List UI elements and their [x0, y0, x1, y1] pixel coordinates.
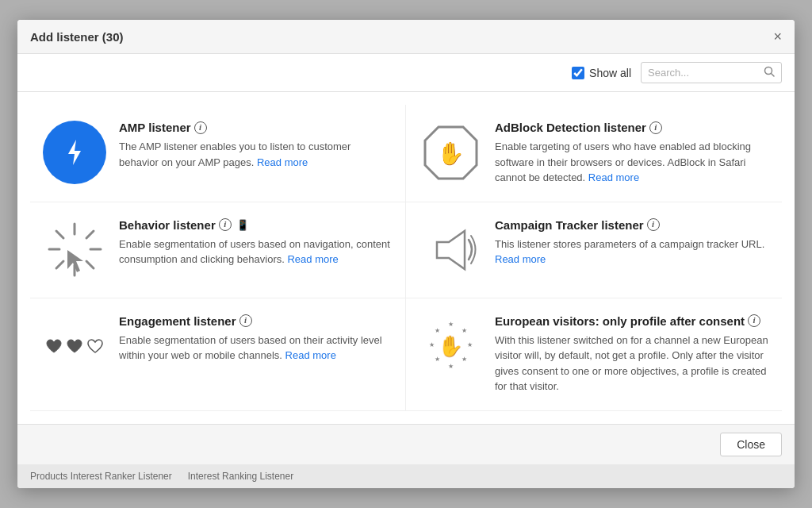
amp-icon: [43, 121, 106, 184]
svg-text:★: ★: [462, 327, 467, 334]
campaign-content: Campaign Tracker listener i This listene…: [495, 218, 769, 267]
show-all-text: Show all: [589, 67, 631, 79]
modal-footer: Close: [17, 424, 795, 464]
svg-line-12: [56, 261, 63, 268]
engagement-icon: [43, 314, 106, 378]
listener-item-european: ★ ★ ★ ★ ★ ★ ★ ★ ✋: [406, 298, 782, 411]
european-icon: ★ ★ ★ ★ ★ ★ ★ ★ ✋: [419, 314, 482, 378]
mobile-icon: 📱: [236, 219, 249, 231]
behavior-name: Behavior listener i 📱: [119, 218, 393, 232]
amp-content: AMP listener i The AMP listener enables …: [119, 121, 393, 170]
amp-desc: The AMP listener enables you to listen t…: [119, 139, 393, 170]
svg-line-10: [86, 261, 94, 268]
modal-overlay: Add listener (30) × Show all: [0, 0, 812, 508]
behavior-content: Behavior listener i 📱 Enable segmentatio…: [119, 218, 393, 267]
adblock-read-more[interactable]: Read more: [588, 171, 639, 183]
svg-marker-14: [437, 231, 465, 269]
engagement-desc: Enable segmentation of users based on th…: [119, 333, 393, 364]
modal-header: Add listener (30) ×: [17, 20, 795, 54]
listener-item-behavior: Behavior listener i 📱 Enable segmentatio…: [30, 202, 406, 298]
european-name: European visitors: only profile after co…: [495, 314, 769, 328]
engagement-content: Engagement listener i Enable segmentatio…: [119, 314, 393, 364]
amp-name: AMP listener i: [119, 121, 393, 134]
bottom-right: Interest Ranking Listener: [188, 471, 293, 482]
amp-read-more[interactable]: Read more: [257, 156, 308, 168]
svg-text:★: ★: [435, 327, 440, 334]
search-box: [641, 62, 782, 83]
european-desc: With this listener switched on for a cha…: [495, 333, 769, 394]
adblock-name: AdBlock Detection listener i: [495, 121, 769, 134]
svg-text:✋: ✋: [436, 140, 464, 167]
modal-toolbar: Show all: [17, 54, 795, 92]
campaign-info-icon[interactable]: i: [647, 218, 660, 231]
behavior-desc: Enable segmentation of users based on na…: [119, 237, 393, 267]
close-button[interactable]: Close: [720, 433, 782, 456]
svg-line-1: [772, 74, 775, 77]
behavior-read-more[interactable]: Read more: [287, 253, 338, 265]
engagement-read-more[interactable]: Read more: [285, 349, 336, 361]
svg-marker-2: [68, 140, 81, 165]
svg-text:★: ★: [448, 321, 454, 328]
adblock-content: AdBlock Detection listener i Enable targ…: [495, 121, 769, 186]
campaign-desc: This listener stores parameters of a cam…: [495, 237, 769, 267]
svg-line-9: [56, 231, 63, 238]
listener-item-engagement: Engagement listener i Enable segmentatio…: [30, 298, 406, 411]
campaign-name: Campaign Tracker listener i: [495, 218, 769, 232]
engagement-info-icon[interactable]: i: [239, 314, 252, 327]
modal-title: Add listener (30): [30, 30, 124, 44]
european-info-icon[interactable]: i: [748, 314, 760, 327]
amp-info-icon[interactable]: i: [194, 121, 207, 134]
adblock-desc: Enable targeting of users who have enabl…: [495, 139, 769, 186]
listeners-grid: AMP listener i The AMP listener enables …: [30, 105, 782, 411]
svg-line-11: [86, 231, 94, 238]
adblock-info-icon[interactable]: i: [649, 121, 662, 134]
european-content: European visitors: only profile after co…: [495, 314, 769, 394]
bottom-bar: Products Interest Ranker Listener Intere…: [17, 464, 795, 488]
close-x-button[interactable]: ×: [773, 29, 782, 44]
show-all-checkbox[interactable]: [572, 67, 584, 79]
search-input[interactable]: [648, 67, 759, 79]
campaign-icon: [419, 218, 482, 282]
campaign-read-more[interactable]: Read more: [495, 253, 546, 265]
search-icon: [764, 66, 775, 79]
listener-item-amp: AMP listener i The AMP listener enables …: [30, 105, 406, 202]
svg-text:★: ★: [429, 341, 435, 348]
svg-text:✋: ✋: [438, 333, 464, 359]
engagement-name: Engagement listener i: [119, 314, 393, 328]
listener-item-campaign: Campaign Tracker listener i This listene…: [406, 202, 782, 298]
add-listener-modal: Add listener (30) × Show all: [17, 20, 795, 488]
bottom-left: Products Interest Ranker Listener: [30, 471, 172, 482]
behavior-icon: [43, 218, 106, 282]
modal-body: AMP listener i The AMP listener enables …: [17, 92, 795, 424]
adblock-icon: ✋: [419, 121, 482, 184]
svg-text:★: ★: [448, 363, 454, 370]
show-all-label[interactable]: Show all: [572, 67, 631, 79]
behavior-info-icon[interactable]: i: [219, 218, 232, 231]
svg-text:★: ★: [467, 341, 473, 348]
listener-item-adblock: ✋ AdBlock Detection listener i Enable ta…: [406, 105, 782, 202]
